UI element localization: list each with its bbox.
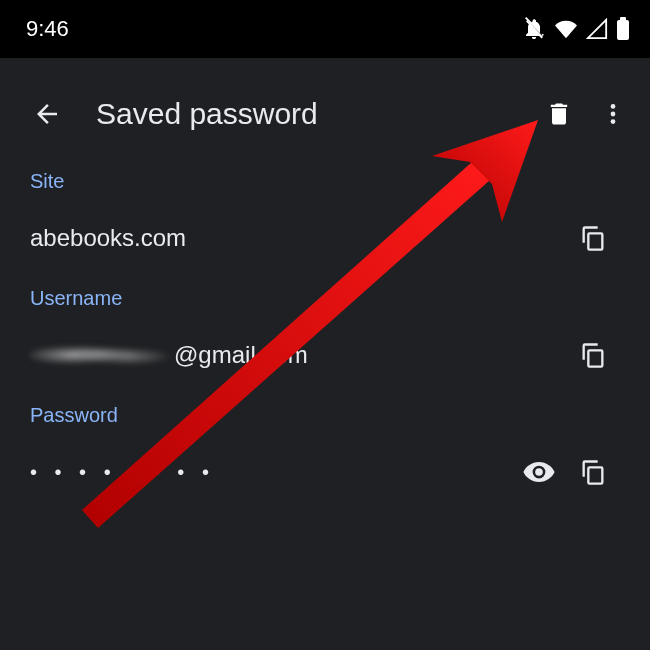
site-label: Site xyxy=(30,170,620,193)
svg-rect-7 xyxy=(588,467,602,483)
redacted-smudge xyxy=(30,341,170,369)
trash-icon xyxy=(545,100,573,128)
arrow-back-icon xyxy=(32,99,62,129)
more-button[interactable] xyxy=(586,87,640,141)
username-value[interactable]: @gmail.com xyxy=(30,341,566,369)
dnd-off-icon xyxy=(522,17,546,41)
status-icons xyxy=(522,17,630,41)
site-section: Site abebooks.com xyxy=(0,148,650,265)
svg-rect-5 xyxy=(588,233,602,249)
password-section: Password • • • • • • • • xyxy=(0,382,650,499)
signal-icon xyxy=(586,18,608,40)
status-time: 9:46 xyxy=(26,16,69,42)
svg-point-2 xyxy=(611,104,616,109)
status-bar: 9:46 xyxy=(0,0,650,58)
copy-password-button[interactable] xyxy=(566,445,620,499)
username-suffix: @gmail.com xyxy=(174,341,308,369)
username-section: Username @gmail.com xyxy=(0,265,650,382)
copy-site-button[interactable] xyxy=(566,211,620,265)
battery-icon xyxy=(616,17,630,41)
copy-icon xyxy=(579,458,607,486)
app-bar: Saved password xyxy=(0,80,650,148)
site-value[interactable]: abebooks.com xyxy=(30,224,566,252)
page-title: Saved password xyxy=(96,97,532,131)
password-value[interactable]: • • • • • • • • xyxy=(30,461,512,484)
svg-rect-0 xyxy=(617,20,629,40)
eye-icon xyxy=(522,455,556,489)
app-content: Saved password Site abebooks.com xyxy=(0,58,650,650)
more-vert-icon xyxy=(600,101,626,127)
back-button[interactable] xyxy=(20,87,74,141)
copy-icon xyxy=(579,224,607,252)
svg-rect-6 xyxy=(588,350,602,366)
svg-rect-1 xyxy=(620,17,626,21)
copy-icon xyxy=(579,341,607,369)
svg-point-3 xyxy=(611,112,616,117)
copy-username-button[interactable] xyxy=(566,328,620,382)
username-label: Username xyxy=(30,287,620,310)
password-label: Password xyxy=(30,404,620,427)
delete-button[interactable] xyxy=(532,87,586,141)
svg-point-4 xyxy=(611,119,616,124)
show-password-button[interactable] xyxy=(512,445,566,499)
wifi-icon xyxy=(554,18,578,40)
